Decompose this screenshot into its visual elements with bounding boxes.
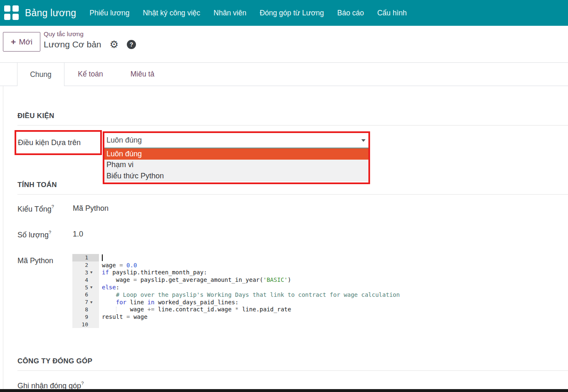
new-record-button[interactable]: + Mới	[3, 32, 40, 52]
quantity-label: Số lượng?	[17, 230, 51, 239]
gutter-row: 5▼	[72, 284, 99, 291]
code-line[interactable]: for line in worked_days_paid_lines:	[99, 298, 568, 306]
nav-item-6[interactable]: Cấu hình	[370, 0, 413, 26]
gutter-row: 6	[72, 291, 99, 298]
caret-down-icon	[361, 139, 365, 142]
amount-type-label: Kiểu Tổng?	[17, 204, 54, 214]
apps-grid-square	[4, 5, 10, 12]
breadcrumb-parent-link[interactable]: Quy tắc lương	[44, 30, 136, 38]
condition-option-2[interactable]: Phạm vi	[104, 160, 368, 171]
gutter-row: 9	[72, 313, 99, 321]
code-line[interactable]: wage += line.contract_id.wage * line.pai…	[99, 306, 568, 313]
apps-grid-square	[4, 14, 10, 20]
gear-icon[interactable]: ⚙	[110, 39, 119, 49]
code-line[interactable]	[99, 254, 568, 261]
gutter-row: 8	[72, 306, 99, 313]
field-help-marker: ?	[49, 230, 51, 235]
code-line[interactable]: wage = payslip.get_average_amount_in_yea…	[99, 276, 568, 284]
python-code-editor[interactable]: 123▼45▼67▼8910 wage = 0.0if payslip.thir…	[72, 254, 568, 331]
nav-item-3[interactable]: Nhân viên	[207, 0, 253, 26]
condition-dropdown-annotation-box: Luôn đúng Luôn đúngPhạm viBiểu thức Pyth…	[103, 131, 370, 184]
new-button-label: Mới	[19, 37, 32, 47]
editor-gutter: 123▼45▼67▼8910	[72, 254, 99, 328]
tab-left-spacer	[0, 63, 17, 86]
code-line[interactable]: else:	[99, 284, 568, 291]
notebook-tabs: ChungKế toánMiêu tả	[0, 63, 568, 86]
quantity-value[interactable]: 1.0	[73, 230, 83, 239]
navbar-menu: Phiếu lươngNhật ký công việcNhân viênĐón…	[83, 0, 413, 26]
gutter-row: 10	[72, 321, 99, 328]
tab-3[interactable]: Miêu tả	[116, 63, 168, 86]
fold-arrow-icon[interactable]: ▼	[88, 300, 97, 304]
condition-option-1[interactable]: Luôn đúng	[104, 148, 368, 160]
nav-item-4[interactable]: Đóng góp từ Lương	[253, 0, 331, 26]
apps-grid-icon[interactable]	[4, 5, 19, 20]
gutter-row: 3▼	[72, 269, 99, 276]
plus-icon: +	[11, 37, 16, 46]
python-code-label: Mã Python	[17, 256, 53, 265]
top-navbar: Bảng lương Phiếu lươngNhật ký công việcN…	[0, 0, 568, 26]
fold-arrow-icon[interactable]: ▼	[88, 285, 97, 289]
gutter-row: 4	[72, 276, 99, 284]
gutter-row: 7▼	[72, 298, 99, 306]
editor-code-area[interactable]: wage = 0.0if payslip.thirteen_month_pay:…	[99, 254, 568, 328]
condition-field-label: Điều kiện Dựa trên	[18, 138, 81, 147]
fold-arrow-icon[interactable]: ▼	[88, 270, 97, 274]
payroll-salary-rule-page: Bảng lương Phiếu lươngNhật ký công việcN…	[0, 0, 568, 392]
code-line[interactable]: result = wage	[99, 313, 568, 321]
code-line[interactable]: if payslip.thirteen_month_pay:	[99, 269, 568, 276]
window-bottom-edge	[0, 389, 568, 392]
form-sheet: ĐIỀU KIỆN Điều kiện Dựa trên Luôn đúng L…	[0, 86, 568, 389]
gutter-row: 2	[72, 261, 99, 269]
gutter-row: 1	[72, 254, 99, 261]
editor-cursor	[102, 254, 103, 261]
amount-type-value[interactable]: Mã Python	[73, 204, 109, 213]
help-question-icon[interactable]: ?	[127, 40, 136, 49]
apps-grid-square	[12, 5, 19, 12]
indent-guide	[116, 307, 116, 313]
code-line[interactable]: wage = 0.0	[99, 261, 568, 269]
field-help-marker: ?	[52, 204, 54, 209]
control-panel: + Mới Quy tắc lương Lương Cơ bản ⚙ ?	[0, 26, 568, 63]
sheet-left-border	[3, 86, 3, 389]
section-title-company-contribution: CÔNG TY ĐÓNG GÓP	[17, 357, 92, 365]
app-name-menu[interactable]: Bảng lương	[25, 7, 76, 19]
section-rule	[17, 194, 568, 195]
nav-item-5[interactable]: Báo cáo	[331, 0, 370, 26]
breadcrumb: Quy tắc lương Lương Cơ bản ⚙ ?	[44, 30, 136, 49]
field-help-marker: ?	[81, 381, 84, 386]
section-title-condition: ĐIỀU KIỆN	[17, 112, 54, 120]
record-title: Lương Cơ bản	[44, 39, 101, 49]
section-rule	[17, 370, 568, 371]
code-line[interactable]: # Loop over the payslip's Working Days t…	[99, 291, 568, 298]
nav-item-1[interactable]: Phiếu lương	[83, 0, 136, 26]
section-title-computation: TÍNH TOÁN	[17, 181, 57, 189]
condition-label-annotation-box: Điều kiện Dựa trên	[15, 130, 102, 155]
condition-selected-value: Luôn đúng	[104, 136, 361, 145]
nav-item-2[interactable]: Nhật ký công việc	[136, 0, 207, 26]
tab-2[interactable]: Kế toán	[64, 63, 116, 86]
code-line[interactable]	[99, 321, 568, 328]
condition-select[interactable]: Luôn đúng	[104, 133, 368, 148]
condition-options-list: Luôn đúngPhạm viBiểu thức Python	[104, 148, 368, 182]
section-rule	[17, 125, 568, 126]
condition-option-3[interactable]: Biểu thức Python	[104, 170, 368, 182]
tab-right-filler	[168, 63, 568, 86]
apps-grid-square	[12, 14, 19, 20]
tab-1[interactable]: Chung	[17, 63, 64, 86]
